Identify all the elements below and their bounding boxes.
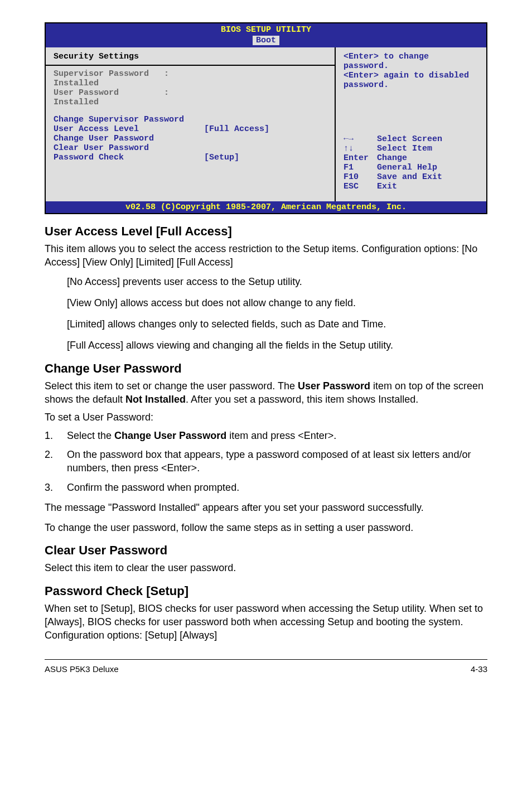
bios-left-panel: Security Settings Supervisor Password : … bbox=[46, 47, 336, 201]
user-password-row: User Password : Installed bbox=[54, 88, 327, 107]
help-text-2: <Enter> again to disabled password. bbox=[344, 71, 478, 90]
bios-screenshot: BIOS SETUP UTILITY Boot Security Setting… bbox=[45, 22, 487, 214]
heading-clear-user-password: Clear User Password bbox=[45, 543, 487, 558]
user-access-level-row[interactable]: User Access Level [Full Access] bbox=[54, 124, 327, 134]
footer-page-number: 4-33 bbox=[471, 664, 487, 674]
step-2: 2.On the password box that appears, type… bbox=[45, 448, 487, 475]
para-ual-desc: This item allows you to select the acces… bbox=[45, 242, 487, 269]
para-pwcheck: When set to [Setup], BIOS checks for use… bbox=[45, 602, 487, 642]
supervisor-password-row: Supervisor Password : Installed bbox=[54, 69, 327, 88]
options-list: [No Access] prevents user access to the … bbox=[67, 275, 487, 352]
security-settings-title: Security Settings bbox=[54, 52, 327, 61]
bios-tab-boot[interactable]: Boot bbox=[253, 36, 279, 45]
steps-list: 1.Select the Change User Password item a… bbox=[45, 429, 487, 494]
bios-title: BIOS SETUP UTILITY bbox=[46, 23, 486, 35]
nav-help: ←→Select Screen ↑↓Select Item EnterChang… bbox=[344, 134, 478, 197]
opt-view-only: [View Only] allows access but does not a… bbox=[67, 296, 487, 310]
para-cup-3: The message "Password Installed" appears… bbox=[45, 501, 487, 514]
page-footer: ASUS P5K3 Deluxe 4-33 bbox=[45, 659, 487, 674]
heading-user-access-level: User Access Level [Full Access] bbox=[45, 224, 487, 239]
arrows-up-down-icon: ↑↓ bbox=[344, 144, 377, 153]
arrows-left-right-icon: ←→ bbox=[344, 134, 377, 144]
opt-full-access: [Full Access] allows viewing and changin… bbox=[67, 339, 487, 352]
bios-tab-row: Boot bbox=[46, 35, 486, 47]
bios-right-panel: <Enter> to change password. <Enter> agai… bbox=[336, 47, 486, 201]
heading-password-check: Password Check [Setup] bbox=[45, 584, 487, 598]
bios-footer: v02.58 (C)Copyright 1985-2007, American … bbox=[46, 201, 486, 213]
opt-no-access: [No Access] prevents user access to the … bbox=[67, 275, 487, 288]
para-cup-4: To change the user password, follow the … bbox=[45, 521, 487, 534]
opt-limited: [Limited] allows changes only to selecte… bbox=[67, 317, 487, 331]
change-supervisor-password[interactable]: Change Supervisor Password bbox=[54, 115, 327, 124]
clear-user-password[interactable]: Clear User Password bbox=[54, 143, 327, 153]
help-text-1: <Enter> to change password. bbox=[344, 52, 478, 71]
step-1: 1.Select the Change User Password item a… bbox=[45, 429, 487, 442]
para-clearup: Select this item to clear the user passw… bbox=[45, 561, 487, 574]
para-cup-1: Select this item to set or change the us… bbox=[45, 379, 487, 407]
step-3: 3.Confirm the password when prompted. bbox=[45, 481, 487, 494]
para-cup-2: To set a User Password: bbox=[45, 410, 487, 424]
heading-change-user-password: Change User Password bbox=[45, 361, 487, 376]
change-user-password[interactable]: Change User Password bbox=[54, 134, 327, 143]
footer-product: ASUS P5K3 Deluxe bbox=[45, 664, 119, 674]
password-check-row[interactable]: Password Check [Setup] bbox=[54, 153, 327, 162]
